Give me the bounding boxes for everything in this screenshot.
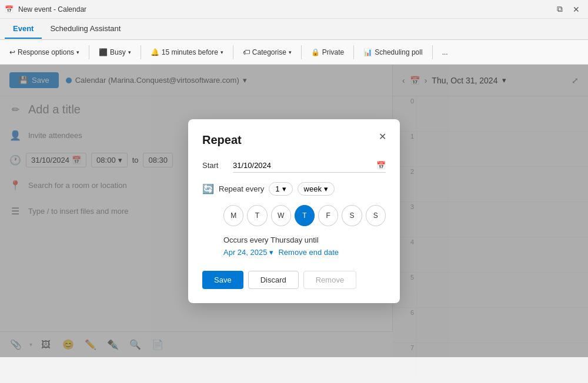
restore-button[interactable]: ⧉ [553,2,567,16]
clock-icon: 🔔 [151,48,159,56]
repeat-count-select[interactable]: 1 ▾ [269,182,292,196]
chevron-down-icon: ▾ [324,184,328,193]
separator [89,45,89,59]
repeat-dialog: Repeat ✕ Start 31/10/2024 📅 🔄 Repeat eve… [188,119,400,303]
separator [353,45,354,59]
private-button[interactable]: 🔒 Private [306,46,349,59]
repeat-icon: 🔄 [202,183,214,194]
day-saturday[interactable]: S [342,205,362,226]
end-date-link[interactable]: Apr 24, 2025 ▾ [223,248,273,257]
chevron-down-icon: ▾ [220,49,223,55]
dialog-remove-button: Remove [303,271,356,289]
title-bar: 📅 New event - Calendar ⧉ ✕ [0,0,588,19]
tab-scheduling-assistant[interactable]: Scheduling Assistant [42,19,129,39]
day-sunday[interactable]: S [366,205,386,226]
tag-icon: 🏷 [243,48,250,56]
repeat-row: 🔄 Repeat every 1 ▾ week ▾ [202,182,386,196]
app-icon: 📅 [5,5,14,14]
dialog-save-button[interactable]: Save [202,271,243,289]
busy-icon: ⬛ [99,48,108,56]
tab-event[interactable]: Event [5,19,42,39]
day-friday[interactable]: F [318,205,338,226]
response-icon: ↩ [9,48,15,56]
chevron-down-icon: ▾ [269,248,273,257]
separator [432,45,433,59]
day-wednesday[interactable]: W [271,205,291,226]
day-tuesday1[interactable]: T [247,205,267,226]
dialog-close-button[interactable]: ✕ [374,129,390,145]
start-row: Start 31/10/2024 📅 [202,159,386,173]
repeat-label: Repeat every [219,184,264,193]
close-button[interactable]: ✕ [569,2,583,16]
busy-button[interactable]: ⬛ Busy ▾ [94,46,136,59]
window-controls: ⧉ ✕ [553,2,583,16]
reminder-button[interactable]: 🔔 15 minutes before ▾ [146,46,228,59]
chevron-down-icon: ▾ [289,49,292,55]
calendar-icon: 📅 [376,161,386,170]
separator [141,45,141,59]
days-row: M T W T F S S [202,205,386,226]
start-date-field[interactable]: 31/10/2024 📅 [233,159,386,173]
categorise-button[interactable]: 🏷 Categorise ▾ [238,46,296,59]
main-area: 💾 Save Calendar (Marina.Conquest@virtoso… [0,65,588,357]
chevron-down-icon: ▾ [76,49,79,55]
separator [233,45,233,59]
dialog-buttons: Save Discard Remove [202,271,386,289]
scheduling-poll-button[interactable]: 📊 Scheduling poll [359,46,427,59]
end-date-row: Apr 24, 2025 ▾ Remove end date [202,248,386,257]
day-monday[interactable]: M [223,205,243,226]
modal-backdrop: Repeat ✕ Start 31/10/2024 📅 🔄 Repeat eve… [0,65,588,357]
day-thursday[interactable]: T [295,205,315,226]
toolbar: ↩ Response options ▾ ⬛ Busy ▾ 🔔 15 minut… [0,40,588,65]
response-options-button[interactable]: ↩ Response options ▾ [5,46,84,59]
dialog-discard-button[interactable]: Discard [248,271,299,289]
tab-bar: Event Scheduling Assistant [0,19,588,40]
chevron-down-icon: ▾ [128,49,131,55]
more-button[interactable]: ... [437,46,453,59]
separator [301,45,302,59]
repeat-unit-select[interactable]: week ▾ [298,182,335,196]
dialog-title: Repeat [202,133,386,147]
window-title: New event - Calendar [18,5,86,14]
chevron-down-icon: ▾ [282,184,286,193]
lock-icon: 🔒 [311,48,320,56]
poll-icon: 📊 [363,48,372,56]
start-label: Start [202,161,226,170]
occurs-text: Occurs every Thursday until [202,236,386,244]
remove-end-date-link[interactable]: Remove end date [278,248,339,257]
